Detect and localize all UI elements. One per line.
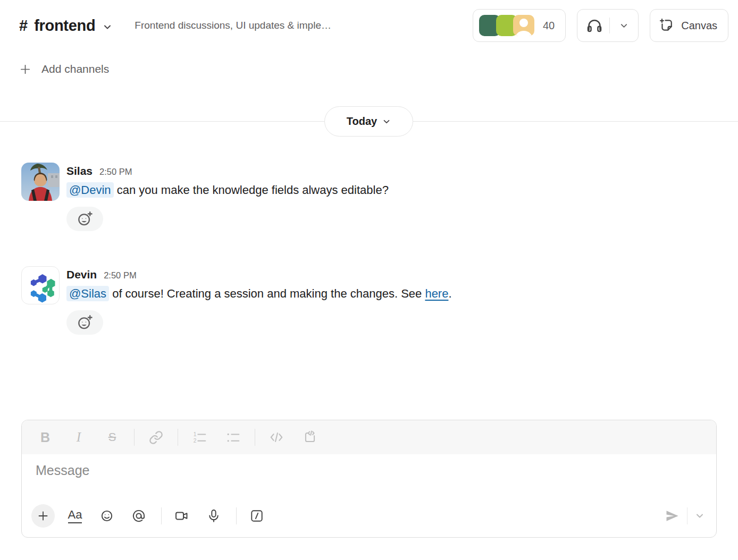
divider	[236, 507, 237, 524]
divider	[161, 507, 162, 524]
message-body: Silas 2:50 PM @Devin can you make the kn…	[66, 163, 389, 231]
formatting-toolbar: B I S 12	[22, 420, 716, 454]
bold-button[interactable]: B	[33, 427, 57, 448]
date-divider-button[interactable]: Today	[324, 106, 413, 137]
message-header: Silas 2:50 PM	[66, 165, 389, 177]
mention-button[interactable]	[127, 504, 150, 528]
send-group	[665, 507, 705, 524]
message-list: Silas 2:50 PM @Devin can you make the kn…	[21, 163, 717, 370]
formatting-toggle-button[interactable]: Aa	[63, 504, 87, 528]
add-channels-button[interactable]: Add channels	[19, 63, 109, 75]
add-channels-label: Add channels	[41, 63, 109, 75]
divider	[134, 429, 135, 446]
message-link[interactable]: here	[425, 287, 448, 300]
add-reaction-icon	[77, 210, 94, 227]
author-name[interactable]: Devin	[66, 268, 97, 281]
avatar[interactable]	[21, 163, 60, 201]
svg-text:2: 2	[194, 438, 197, 444]
avatar[interactable]	[21, 266, 60, 304]
canvas-label: Canvas	[681, 20, 717, 32]
italic-button[interactable]: I	[67, 427, 90, 448]
message-text-run: of course! Creating a session and making…	[109, 287, 425, 300]
message-input-row	[22, 454, 716, 502]
channel-name: frontend	[34, 17, 95, 35]
divider	[687, 507, 687, 524]
message-row: Silas 2:50 PM @Devin can you make the kn…	[21, 163, 717, 231]
mention[interactable]: @Silas	[66, 286, 109, 301]
add-reaction-icon	[77, 314, 94, 331]
video-clip-button[interactable]	[170, 504, 194, 528]
message-text-suffix: .	[448, 287, 451, 300]
svg-text:1: 1	[194, 431, 197, 437]
divider	[255, 429, 255, 446]
mention[interactable]: @Devin	[66, 182, 114, 198]
member-count: 40	[543, 20, 555, 32]
channel-members-button[interactable]: 40	[473, 9, 566, 42]
ordered-list-button[interactable]: 12	[188, 427, 211, 448]
schedule-send-chevron[interactable]	[695, 511, 705, 521]
member-avatar-stack	[479, 15, 534, 36]
attach-plus-button[interactable]	[31, 504, 55, 528]
member-avatar	[513, 15, 534, 36]
message-body: Devin 2:50 PM @Silas of course! Creating…	[66, 266, 452, 335]
message-text: @Devin can you make the knowledge fields…	[66, 182, 389, 199]
message-header: Devin 2:50 PM	[66, 268, 452, 281]
add-reaction-button[interactable]	[66, 310, 103, 335]
send-button[interactable]	[665, 508, 680, 523]
hash-icon: #	[19, 17, 28, 35]
chevron-down-icon	[103, 22, 112, 32]
channel-header: # frontend Frontend discussions, UI upda…	[0, 0, 738, 51]
message-composer: B I S 12 Aa	[21, 420, 717, 538]
chevron-down-icon	[382, 117, 391, 126]
composer-action-bar: Aa	[22, 502, 716, 537]
channel-title-button[interactable]: # frontend	[19, 17, 112, 35]
canvas-icon	[659, 18, 675, 33]
emoji-button[interactable]	[95, 504, 119, 528]
divider	[178, 429, 178, 446]
timestamp[interactable]: 2:50 PM	[104, 270, 136, 281]
headphones-icon	[586, 17, 603, 34]
huddle-button[interactable]	[577, 9, 639, 42]
code-button[interactable]	[265, 427, 288, 448]
message-row: Devin 2:50 PM @Silas of course! Creating…	[21, 266, 717, 335]
aa-icon: Aa	[68, 508, 82, 523]
code-block-button[interactable]	[298, 427, 322, 448]
shortcuts-button[interactable]	[245, 504, 269, 528]
strikethrough-button[interactable]: S	[100, 427, 124, 448]
date-label: Today	[347, 115, 377, 128]
message-input[interactable]	[36, 463, 702, 478]
add-reaction-button[interactable]	[66, 207, 103, 231]
header-actions: 40 Canvas	[473, 9, 728, 42]
audio-clip-button[interactable]	[202, 504, 225, 528]
canvas-button[interactable]: Canvas	[650, 9, 728, 42]
huddle-options-chevron[interactable]	[616, 18, 632, 33]
author-name[interactable]: Silas	[66, 165, 93, 177]
channel-description[interactable]: Frontend discussions, UI updates & imple…	[135, 20, 331, 31]
link-button[interactable]	[144, 427, 167, 448]
plus-icon	[19, 63, 31, 75]
divider	[609, 18, 610, 33]
timestamp[interactable]: 2:50 PM	[99, 167, 132, 177]
message-text-run: can you make the knowledge fields always…	[114, 183, 389, 197]
message-text: @Silas of course! Creating a session and…	[66, 286, 452, 302]
bulleted-list-button[interactable]	[221, 427, 245, 448]
